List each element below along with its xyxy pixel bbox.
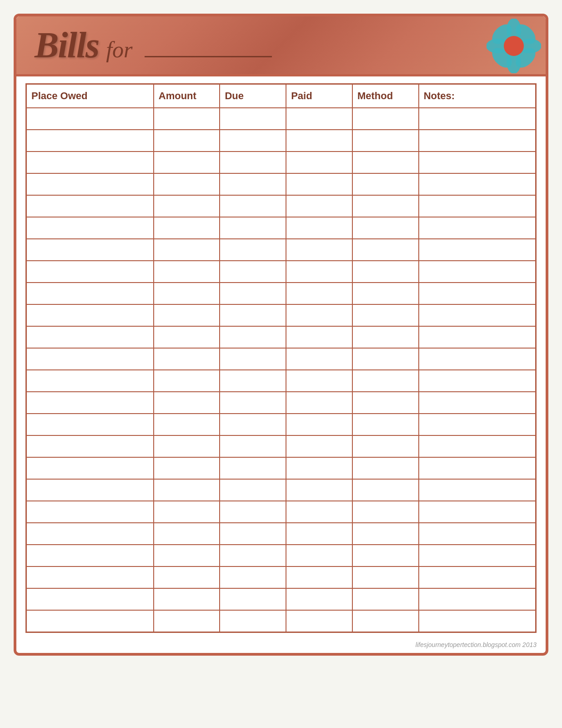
- table-cell-row16-col3[interactable]: [220, 435, 286, 457]
- table-cell-row23-col6[interactable]: [419, 588, 536, 610]
- table-cell-row11-col5[interactable]: [352, 326, 419, 348]
- table-cell-row23-col4[interactable]: [286, 588, 352, 610]
- table-cell-row3-col5[interactable]: [352, 152, 419, 173]
- table-cell-row12-col1[interactable]: [26, 348, 154, 370]
- table-cell-row13-col1[interactable]: [26, 370, 154, 392]
- table-cell-row18-col3[interactable]: [220, 479, 286, 501]
- table-cell-row7-col1[interactable]: [26, 239, 154, 261]
- table-cell-row20-col3[interactable]: [220, 523, 286, 545]
- table-cell-row24-col5[interactable]: [352, 610, 419, 632]
- table-cell-row12-col3[interactable]: [220, 348, 286, 370]
- table-cell-row3-col2[interactable]: [154, 152, 220, 173]
- table-cell-row1-col5[interactable]: [352, 108, 419, 130]
- table-cell-row1-col3[interactable]: [220, 108, 286, 130]
- table-cell-row17-col6[interactable]: [419, 457, 536, 479]
- table-cell-row16-col4[interactable]: [286, 435, 352, 457]
- table-cell-row8-col6[interactable]: [419, 261, 536, 283]
- table-cell-row23-col1[interactable]: [26, 588, 154, 610]
- table-cell-row17-col2[interactable]: [154, 457, 220, 479]
- table-cell-row17-col3[interactable]: [220, 457, 286, 479]
- table-cell-row13-col6[interactable]: [419, 370, 536, 392]
- table-cell-row6-col2[interactable]: [154, 217, 220, 239]
- table-cell-row7-col3[interactable]: [220, 239, 286, 261]
- table-cell-row11-col4[interactable]: [286, 326, 352, 348]
- table-cell-row23-col2[interactable]: [154, 588, 220, 610]
- table-cell-row9-col1[interactable]: [26, 283, 154, 304]
- table-cell-row15-col4[interactable]: [286, 414, 352, 435]
- table-cell-row4-col1[interactable]: [26, 173, 154, 195]
- table-cell-row14-col2[interactable]: [154, 392, 220, 414]
- table-cell-row11-col2[interactable]: [154, 326, 220, 348]
- table-cell-row19-col4[interactable]: [286, 501, 352, 523]
- table-cell-row21-col4[interactable]: [286, 545, 352, 566]
- table-cell-row22-col5[interactable]: [352, 566, 419, 588]
- table-cell-row10-col5[interactable]: [352, 304, 419, 326]
- table-cell-row10-col6[interactable]: [419, 304, 536, 326]
- table-cell-row24-col2[interactable]: [154, 610, 220, 632]
- table-cell-row2-col3[interactable]: [220, 130, 286, 152]
- table-cell-row21-col1[interactable]: [26, 545, 154, 566]
- table-cell-row10-col4[interactable]: [286, 304, 352, 326]
- table-cell-row2-col6[interactable]: [419, 130, 536, 152]
- table-cell-row2-col1[interactable]: [26, 130, 154, 152]
- table-cell-row10-col3[interactable]: [220, 304, 286, 326]
- table-cell-row5-col6[interactable]: [419, 195, 536, 217]
- table-cell-row8-col5[interactable]: [352, 261, 419, 283]
- table-cell-row8-col4[interactable]: [286, 261, 352, 283]
- table-cell-row6-col1[interactable]: [26, 217, 154, 239]
- table-cell-row19-col1[interactable]: [26, 501, 154, 523]
- table-cell-row22-col2[interactable]: [154, 566, 220, 588]
- table-cell-row22-col3[interactable]: [220, 566, 286, 588]
- table-cell-row9-col6[interactable]: [419, 283, 536, 304]
- table-cell-row21-col5[interactable]: [352, 545, 419, 566]
- table-cell-row24-col6[interactable]: [419, 610, 536, 632]
- table-cell-row21-col6[interactable]: [419, 545, 536, 566]
- table-cell-row20-col2[interactable]: [154, 523, 220, 545]
- table-cell-row12-col5[interactable]: [352, 348, 419, 370]
- table-cell-row7-col2[interactable]: [154, 239, 220, 261]
- table-cell-row5-col1[interactable]: [26, 195, 154, 217]
- table-cell-row14-col6[interactable]: [419, 392, 536, 414]
- table-cell-row3-col1[interactable]: [26, 152, 154, 173]
- table-cell-row6-col6[interactable]: [419, 217, 536, 239]
- table-cell-row19-col2[interactable]: [154, 501, 220, 523]
- table-cell-row8-col2[interactable]: [154, 261, 220, 283]
- table-cell-row15-col5[interactable]: [352, 414, 419, 435]
- table-cell-row14-col1[interactable]: [26, 392, 154, 414]
- table-cell-row7-col6[interactable]: [419, 239, 536, 261]
- table-cell-row5-col5[interactable]: [352, 195, 419, 217]
- table-cell-row21-col3[interactable]: [220, 545, 286, 566]
- table-cell-row8-col1[interactable]: [26, 261, 154, 283]
- table-cell-row18-col1[interactable]: [26, 479, 154, 501]
- table-cell-row9-col4[interactable]: [286, 283, 352, 304]
- table-cell-row22-col1[interactable]: [26, 566, 154, 588]
- table-cell-row3-col3[interactable]: [220, 152, 286, 173]
- table-cell-row17-col4[interactable]: [286, 457, 352, 479]
- table-cell-row2-col4[interactable]: [286, 130, 352, 152]
- table-cell-row3-col6[interactable]: [419, 152, 536, 173]
- table-cell-row5-col2[interactable]: [154, 195, 220, 217]
- table-cell-row12-col6[interactable]: [419, 348, 536, 370]
- table-cell-row6-col4[interactable]: [286, 217, 352, 239]
- table-cell-row7-col4[interactable]: [286, 239, 352, 261]
- table-cell-row15-col3[interactable]: [220, 414, 286, 435]
- table-cell-row1-col6[interactable]: [419, 108, 536, 130]
- table-cell-row14-col4[interactable]: [286, 392, 352, 414]
- table-cell-row19-col3[interactable]: [220, 501, 286, 523]
- table-cell-row1-col2[interactable]: [154, 108, 220, 130]
- table-cell-row4-col2[interactable]: [154, 173, 220, 195]
- table-cell-row3-col4[interactable]: [286, 152, 352, 173]
- table-cell-row12-col2[interactable]: [154, 348, 220, 370]
- table-cell-row15-col6[interactable]: [419, 414, 536, 435]
- table-cell-row7-col5[interactable]: [352, 239, 419, 261]
- table-cell-row20-col5[interactable]: [352, 523, 419, 545]
- table-cell-row4-col5[interactable]: [352, 173, 419, 195]
- table-cell-row15-col1[interactable]: [26, 414, 154, 435]
- table-cell-row8-col3[interactable]: [220, 261, 286, 283]
- table-cell-row6-col5[interactable]: [352, 217, 419, 239]
- table-cell-row13-col3[interactable]: [220, 370, 286, 392]
- table-cell-row11-col1[interactable]: [26, 326, 154, 348]
- table-cell-row2-col2[interactable]: [154, 130, 220, 152]
- table-cell-row24-col4[interactable]: [286, 610, 352, 632]
- table-cell-row6-col3[interactable]: [220, 217, 286, 239]
